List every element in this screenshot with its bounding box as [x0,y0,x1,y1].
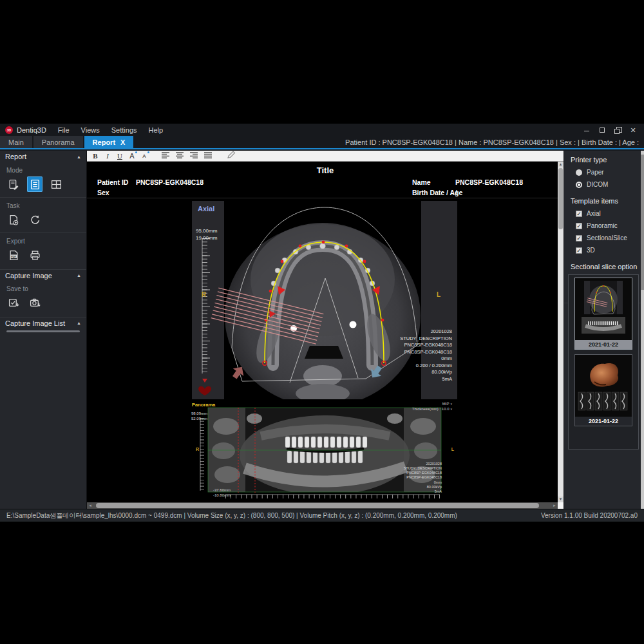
app-logo-icon: 3D [5,126,13,134]
report-item-date: 2021-01-22 [575,340,632,349]
report-edit-icon [8,179,19,190]
maximize-icon[interactable] [599,127,605,133]
status-volume-info: E:\SampleData샘플데이터\sample_lhs\0000.dcm ~… [6,511,457,520]
mode-grid-button[interactable] [48,176,64,192]
thickness-dropdown[interactable]: Thickness(mm) : 10.0 [412,407,452,411]
collapse-icon[interactable]: ▲ [77,155,81,159]
export-print-button[interactable] [27,247,43,263]
axial-view: Axial 95.00mm19.00mm R L 20201028STUDY_D… [192,201,457,399]
mip-dropdown[interactable]: MIP [442,402,452,406]
mode-report-view-button[interactable] [27,176,43,192]
scroll-right-icon[interactable]: ► [551,502,558,509]
mode-label: Mode [6,167,86,174]
draw-pen-button[interactable] [227,151,236,161]
checkbox-checked-icon[interactable] [576,211,582,217]
text-format-toolbar: B I U A A [87,151,564,162]
right-sidebar: Printer type Paper DICOM Template items … [564,151,644,509]
save-capture-button[interactable] [27,295,43,310]
capture-image-header[interactable]: Capture Image▲ [0,269,86,281]
status-bar: E:\SampleData샘플데이터\sample_lhs\0000.dcm ~… [0,509,644,522]
task-group: Task [0,197,86,232]
menu-file[interactable]: File [58,126,70,134]
radio-selected-icon[interactable] [576,182,582,188]
grid-layout-icon [51,179,62,190]
report-editor-area: B I U A A [87,151,564,509]
report-list-item[interactable]: 2021-01-22 [574,278,632,350]
checkbox-checked-icon[interactable] [576,223,582,229]
checkbox-sectionalslice[interactable]: SectionalSlice [576,234,644,242]
menu-help[interactable]: Help [149,126,164,134]
app-window: 3D Dentiq3D File Views Settings Help ✕ M… [0,124,644,522]
checkbox-panoramic[interactable]: Panoramic [576,222,644,229]
close-icon[interactable]: ✕ [630,127,636,133]
scrollbar-corner [558,502,564,509]
align-left-button[interactable] [162,151,170,161]
minimize-icon[interactable] [583,127,590,133]
align-center-button[interactable] [176,151,184,161]
patient-id-label: Patient ID [97,178,128,186]
scroll-down-icon[interactable]: ▼ [558,497,564,502]
scrollbar-thumb[interactable] [641,155,644,290]
new-document-icon [8,214,19,225]
font-increase-button[interactable]: A [129,151,135,161]
export-group: Export PDF [0,232,86,268]
save-to-list-button[interactable] [6,295,21,310]
align-right-button[interactable] [190,151,198,161]
checkbox-checked-icon[interactable] [576,247,582,254]
report-panel-header[interactable]: Report▲ [0,151,86,162]
sectional-slice-option-label: Sectional slice option [571,263,644,270]
checkbox-checked-icon[interactable] [576,235,582,242]
font-decrease-button[interactable]: A [141,151,147,161]
align-left-icon [162,151,170,158]
name-label: Name [412,178,431,186]
align-justify-button[interactable] [204,151,213,161]
printer-type-label: Printer type [571,156,644,164]
tab-main[interactable]: Main [0,136,32,148]
scrollbar-thumb[interactable] [558,168,563,229]
scroll-up-icon[interactable]: ▲ [558,162,564,167]
scroll-left-icon[interactable]: ◄ [87,502,93,509]
pano-fov-readout: 98.09mm52.09mm [191,412,207,422]
underline-button[interactable]: U [117,151,123,161]
radio-dicom[interactable]: DICOM [576,181,644,188]
align-justify-icon [204,151,213,158]
refresh-icon [30,214,41,225]
bold-button[interactable]: B [92,151,99,161]
mode-report-edit-button[interactable] [6,176,21,192]
right-side-marker: R [202,291,206,298]
task-new-report-button[interactable] [6,212,21,227]
right-side-marker: R [196,447,199,451]
capture-list-scrollbar[interactable] [6,330,80,332]
tab-bar: Main Panorama Report X Patient ID : PNC8… [0,136,644,149]
right-panel-scrollbar[interactable] [641,151,644,509]
menu-views[interactable]: Views [81,126,100,134]
left-side-marker: L [437,291,440,298]
collapse-icon[interactable]: ▲ [77,273,81,278]
export-pdf-button[interactable]: PDF [6,247,21,263]
checkbox-axial[interactable]: Axial [576,210,644,217]
scrollbar-thumb[interactable] [96,503,539,508]
checkbox-3d[interactable]: 3D [576,247,644,254]
report-list-item[interactable]: 2021-01-22 [574,354,632,426]
horizontal-scrollbar[interactable]: ◄ ► [87,502,558,509]
title-bar: 3D Dentiq3D File Views Settings Help ✕ [0,124,644,136]
vertical-scrollbar[interactable]: ▲ ▼ [558,162,564,502]
svg-text:PDF: PDF [11,255,16,258]
radio-icon[interactable] [576,169,582,176]
radio-paper[interactable]: Paper [576,169,644,176]
tab-report[interactable]: Report X [84,136,134,148]
pdf-file-icon: PDF [8,250,19,261]
italic-button[interactable]: I [104,151,111,161]
tab-close-icon[interactable]: X [120,138,125,146]
save-to-label: Save to [6,285,86,292]
pano-dicom-overlay: 20201028STUDY_DESCRIPTION PNC8SP-EGK048C… [404,462,442,494]
menu-settings[interactable]: Settings [111,126,137,134]
task-refresh-button[interactable] [27,212,43,227]
patient-info-bar: Patient ID : PNC8SP-EGK048C18 | Name : P… [345,136,644,148]
restore-icon[interactable] [614,127,621,133]
tab-panorama[interactable]: Panorama [33,136,83,148]
collapse-icon[interactable]: ▲ [77,321,81,325]
screen: 3D Dentiq3D File Views Settings Help ✕ M… [0,0,644,644]
name-value: PNC8SP-EGK048C18 [455,178,523,186]
capture-image-list-header[interactable]: Capture Image List▲ [0,317,86,328]
